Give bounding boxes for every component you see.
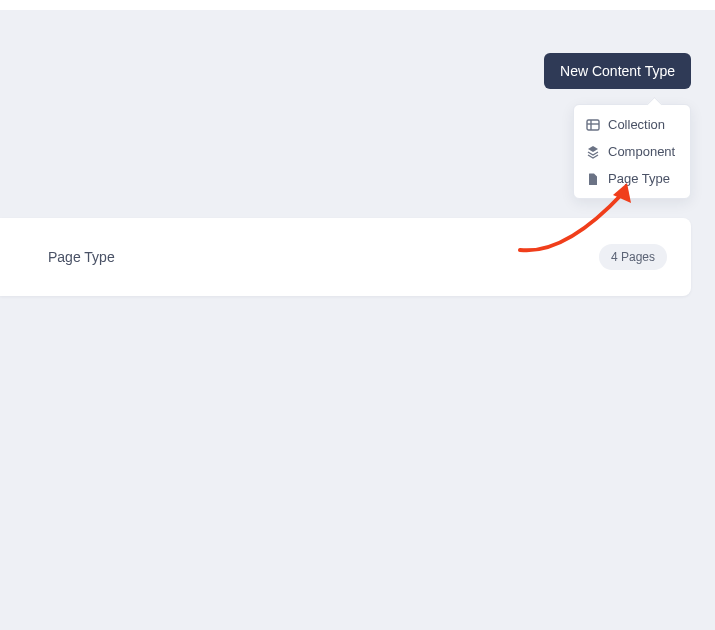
dropdown-item-collection[interactable]: Collection	[574, 111, 690, 138]
svg-rect-0	[587, 120, 599, 130]
new-content-type-button[interactable]: New Content Type	[544, 53, 691, 89]
top-bar	[0, 0, 715, 10]
table-icon	[586, 118, 600, 132]
page-count-badge: 4 Pages	[599, 244, 667, 270]
content-type-card[interactable]: Page Type 4 Pages	[0, 218, 691, 296]
svg-marker-3	[588, 146, 598, 152]
dropdown-item-component[interactable]: Component	[574, 138, 690, 165]
dropdown-item-label: Page Type	[608, 171, 670, 186]
dropdown-item-page-type[interactable]: Page Type	[574, 165, 690, 192]
file-icon	[586, 172, 600, 186]
dropdown-item-label: Component	[608, 144, 675, 159]
dropdown-item-label: Collection	[608, 117, 665, 132]
card-title: Page Type	[48, 249, 115, 265]
layers-icon	[586, 145, 600, 159]
new-content-type-dropdown: Collection Component Page Type	[573, 104, 691, 199]
